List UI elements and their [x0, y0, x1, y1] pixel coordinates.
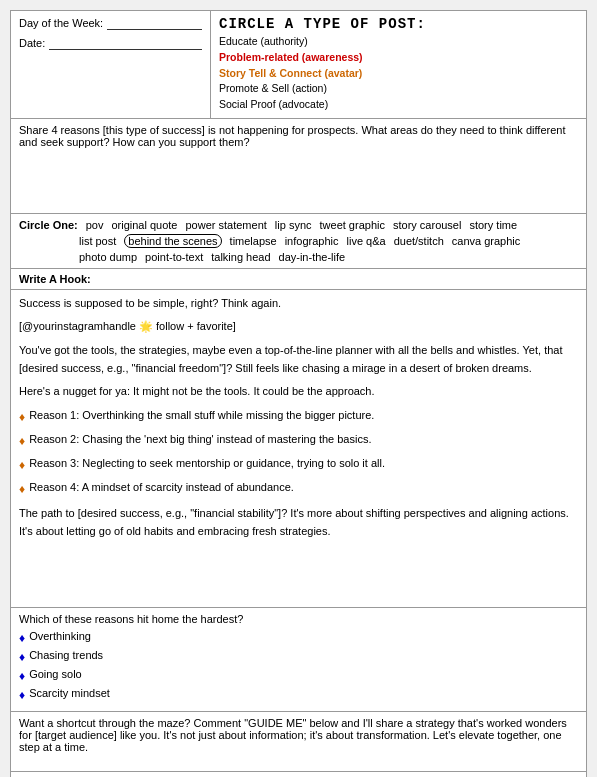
circle-opt-power-statement[interactable]: power statement	[186, 219, 267, 231]
poll-opt-1: ♦ Overthinking	[19, 630, 578, 645]
hook-line4: Here's a nugget for ya: It might not be …	[19, 383, 578, 401]
hook-bullet-2: ♦ Reason 2: Chasing the 'next big thing'…	[19, 431, 578, 451]
hook-line3: You've got the tools, the strategies, ma…	[19, 342, 578, 377]
blue-diamond-icon-2: ♦	[19, 650, 25, 664]
circle-opt-live-qa[interactable]: live q&a	[347, 235, 386, 247]
circle-opt-list-post[interactable]: list post	[79, 235, 116, 247]
circle-one-section: Circle One: pov original quote power sta…	[11, 214, 586, 269]
type-list: Educate (authority) Problem-related (awa…	[219, 34, 578, 113]
write-hook-section: Write A Hook:	[11, 269, 586, 290]
type-promote: Promote & Sell (action)	[219, 81, 578, 97]
circle-opt-lip-sync[interactable]: lip sync	[275, 219, 312, 231]
hashtag-section: Hashtags:	[11, 772, 586, 777]
circle-opt-pov[interactable]: pov	[86, 219, 104, 231]
circle-opt-photo-dump[interactable]: photo dump	[79, 251, 137, 263]
poll-opt-3-text: Going solo	[29, 668, 82, 680]
circle-opt-story-time[interactable]: story time	[469, 219, 517, 231]
circle-opt-timelapse[interactable]: timelapse	[230, 235, 277, 247]
share-space[interactable]	[19, 148, 578, 208]
poll-opt-1-text: Overthinking	[29, 630, 91, 642]
type-story: Story Tell & Connect (avatar)	[219, 66, 578, 82]
day-input[interactable]	[107, 16, 202, 30]
hook-extra-space[interactable]	[19, 547, 578, 602]
circle-opt-infographic[interactable]: infographic	[285, 235, 339, 247]
type-social: Social Proof (advocate)	[219, 97, 578, 113]
cta-section: Want a shortcut through the maze? Commen…	[11, 712, 586, 772]
poll-opt-2: ♦ Chasing trends	[19, 649, 578, 664]
hook-line1: Success is supposed to be simple, right?…	[19, 295, 578, 313]
type-educate: Educate (authority)	[219, 34, 578, 50]
write-hook-label: Write A Hook:	[19, 273, 91, 285]
header-left: Day of the Week: Date:	[11, 11, 211, 118]
date-label: Date:	[19, 37, 45, 49]
blue-diamond-icon-4: ♦	[19, 688, 25, 702]
circle-opt-day-in-life[interactable]: day-in-the-life	[279, 251, 346, 263]
poll-opt-2-text: Chasing trends	[29, 649, 103, 661]
circle-opt-talking-head[interactable]: talking head	[211, 251, 270, 263]
circle-opt-point-to-text[interactable]: point-to-text	[145, 251, 203, 263]
poll-opt-4: ♦ Scarcity mindset	[19, 687, 578, 702]
poll-opt-4-text: Scarcity mindset	[29, 687, 110, 699]
blue-diamond-icon-1: ♦	[19, 631, 25, 645]
hook-line5: The path to [desired success, e.g., "fin…	[19, 505, 578, 540]
page: Day of the Week: Date: CIRCLE A TYPE OF …	[10, 10, 587, 777]
hook-line2: [@yourinstagramhandle 🌟 follow + favorit…	[19, 318, 578, 336]
hook-bullet-3: ♦ Reason 3: Neglecting to seek mentorshi…	[19, 455, 578, 475]
share-text: Share 4 reasons [this type of success] i…	[19, 124, 565, 148]
share-section: Share 4 reasons [this type of success] i…	[11, 119, 586, 214]
type-problem: Problem-related (awareness)	[219, 50, 578, 66]
circle-opt-original-quote[interactable]: original quote	[111, 219, 177, 231]
day-field-row: Day of the Week:	[19, 16, 202, 30]
header-section: Day of the Week: Date: CIRCLE A TYPE OF …	[11, 11, 586, 119]
diamond-icon-3: ♦	[19, 456, 25, 475]
day-label: Day of the Week:	[19, 17, 103, 29]
hook-bullet-3-text: Reason 3: Neglecting to seek mentorship …	[29, 455, 385, 473]
poll-question: Which of these reasons hit home the hard…	[19, 613, 578, 625]
poll-section: Which of these reasons hit home the hard…	[11, 608, 586, 712]
blue-diamond-icon-3: ♦	[19, 669, 25, 683]
hook-bullet-4: ♦ Reason 4: A mindset of scarcity instea…	[19, 479, 578, 499]
hook-content: Success is supposed to be simple, right?…	[11, 290, 586, 608]
circle-opt-story-carousel[interactable]: story carousel	[393, 219, 461, 231]
hook-bullet-2-text: Reason 2: Chasing the 'next big thing' i…	[29, 431, 371, 449]
poll-opt-3: ♦ Going solo	[19, 668, 578, 683]
circle-title: CIRCLE A TYPE OF POST:	[219, 16, 578, 32]
circle-one-label: Circle One:	[19, 219, 78, 231]
circle-opt-canva[interactable]: canva graphic	[452, 235, 521, 247]
hook-bullet-1: ♦ Reason 1: Overthinking the small stuff…	[19, 407, 578, 427]
cta-text: Want a shortcut through the maze? Commen…	[19, 717, 567, 753]
header-right: CIRCLE A TYPE OF POST: Educate (authorit…	[211, 11, 586, 118]
diamond-icon-2: ♦	[19, 432, 25, 451]
circle-opt-tweet-graphic[interactable]: tweet graphic	[320, 219, 385, 231]
circle-opt-behind-scenes[interactable]: behind the scenes	[124, 234, 221, 248]
date-input[interactable]	[49, 36, 202, 50]
diamond-icon-1: ♦	[19, 408, 25, 427]
diamond-icon-4: ♦	[19, 480, 25, 499]
circle-opt-duet[interactable]: duet/stitch	[394, 235, 444, 247]
date-field-row: Date:	[19, 36, 202, 50]
hook-bullet-1-text: Reason 1: Overthinking the small stuff w…	[29, 407, 374, 425]
hook-bullet-4-text: Reason 4: A mindset of scarcity instead …	[29, 479, 294, 497]
